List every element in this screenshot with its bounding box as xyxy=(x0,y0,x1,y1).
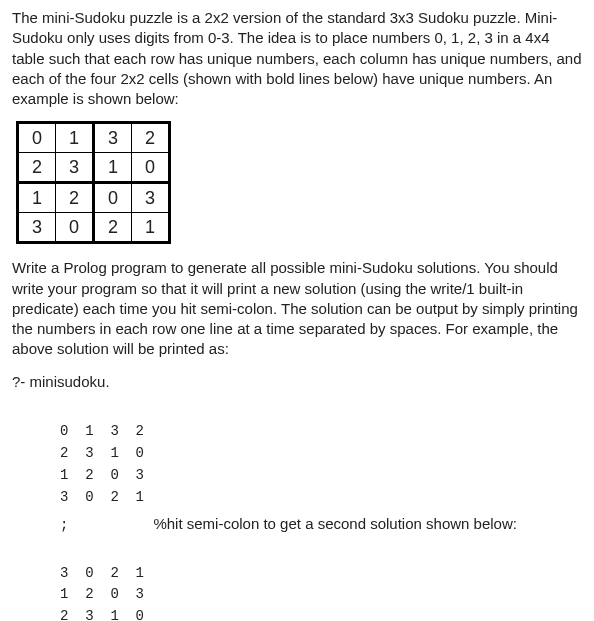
sudoku-cell: 2 xyxy=(132,123,170,153)
sudoku-cell: 1 xyxy=(94,153,132,183)
sudoku-cell: 0 xyxy=(132,153,170,183)
intro-paragraph: The mini-Sudoku puzzle is a 2x2 version … xyxy=(12,8,582,109)
comment-text: %hit semi-colon to get a second solution… xyxy=(153,515,517,532)
sudoku-cell: 3 xyxy=(56,153,94,183)
instructions-paragraph: Write a Prolog program to generate all p… xyxy=(12,258,582,359)
sudoku-cell: 2 xyxy=(94,213,132,243)
output-row: 3 0 2 1 xyxy=(60,565,144,581)
output-row: 2 3 1 0 xyxy=(60,608,144,621)
output-row: 3 0 2 1 xyxy=(60,489,144,505)
semicolon-comment-line: ;%hit semi-colon to get a second solutio… xyxy=(60,514,582,535)
output-row: 1 2 0 3 xyxy=(60,586,144,602)
sudoku-cell: 3 xyxy=(132,183,170,213)
sudoku-cell: 0 xyxy=(94,183,132,213)
output-row: 2 3 1 0 xyxy=(60,445,144,461)
sudoku-example-table: 0 1 3 2 2 3 1 0 1 2 0 3 3 0 2 1 xyxy=(16,121,171,244)
solution-1-output: 0 1 3 2 2 3 1 0 1 2 0 3 3 0 2 1 xyxy=(60,400,582,508)
sudoku-cell: 1 xyxy=(18,183,56,213)
semicolon-char: ; xyxy=(60,517,68,533)
sudoku-cell: 0 xyxy=(56,213,94,243)
sudoku-cell: 0 xyxy=(18,123,56,153)
prolog-query: ?- minisudoku. xyxy=(12,372,582,392)
output-row: 0 1 3 2 xyxy=(60,423,144,439)
sudoku-cell: 1 xyxy=(56,123,94,153)
sudoku-cell: 3 xyxy=(18,213,56,243)
sudoku-cell: 1 xyxy=(132,213,170,243)
solution-2-output: 3 0 2 1 1 2 0 3 2 3 1 0 0 1 3 2 xyxy=(60,541,582,621)
sudoku-cell: 3 xyxy=(94,123,132,153)
sudoku-cell: 2 xyxy=(56,183,94,213)
sudoku-cell: 2 xyxy=(18,153,56,183)
output-row: 1 2 0 3 xyxy=(60,467,144,483)
